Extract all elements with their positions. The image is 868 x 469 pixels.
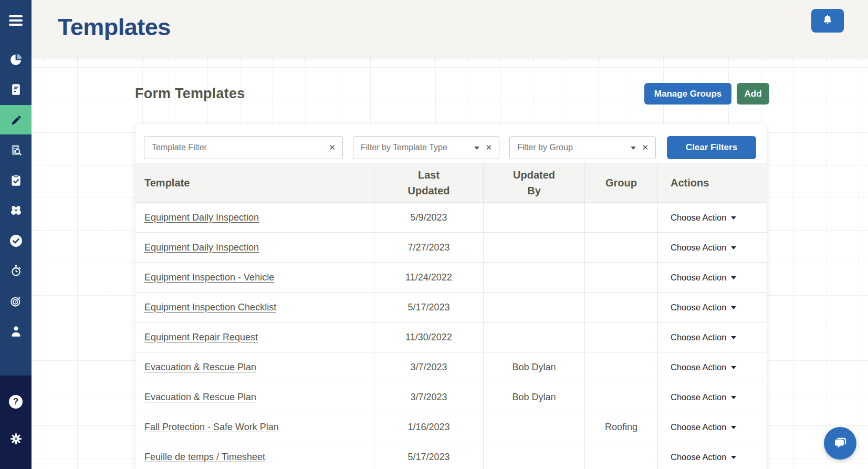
sidebar-item-checklists[interactable] [0,165,32,195]
help-icon: ? [9,395,23,409]
choose-action-dropdown[interactable]: Choose Action [671,392,736,402]
binoculars-icon [9,203,23,217]
group-filter: ✕ [509,136,656,159]
last-updated-cell-text: 5/17/2023 [407,302,449,313]
bell-icon [821,14,834,28]
clear-group-filter-icon[interactable]: ✕ [642,143,649,152]
column-header-last-updated: Last Updated [374,163,484,202]
choose-action-label: Choose Action [671,422,726,432]
choose-action-dropdown[interactable]: Choose Action [671,362,736,372]
updated-by-cell: Bob Dylan [484,382,585,412]
last-updated-cell: 5/17/2023 [374,293,484,322]
table-row: Fall Protection - Safe Work Plan1/16/202… [135,412,767,442]
choose-action-dropdown[interactable]: Choose Action [671,243,736,253]
group-cell [585,382,658,412]
menu-toggle-button[interactable] [9,15,23,26]
chat-launcher-button[interactable] [824,427,856,460]
sidebar-item-time-tracking[interactable] [0,256,32,286]
table-row: Equipment Inspection - Vehicle11/24/2022… [135,262,767,292]
choose-action-dropdown[interactable]: Choose Action [671,452,736,462]
group-cell: Roofing [585,412,658,442]
column-header-template: Template [135,163,374,202]
updated-by-cell-text: Bob Dylan [512,362,556,373]
last-updated-cell: 11/30/2022 [374,322,484,352]
updated-by-cell [484,322,585,352]
last-updated-cell-text: 1/16/2023 [407,422,449,433]
clipboard-check-icon [9,173,23,187]
sidebar-item-form-search[interactable] [0,136,32,165]
add-button[interactable]: Add [737,83,769,105]
caret-down-icon [731,426,736,429]
group-cell-text: Roofing [605,422,637,433]
template-cell: Equipment Daily Inspection [135,203,374,232]
template-link[interactable]: Feuille de temps / Timesheet [144,452,265,463]
chevron-down-icon[interactable] [631,147,636,150]
sidebar-item-help[interactable]: ? [0,387,32,416]
template-link[interactable]: Equipment Repair Request [144,332,258,343]
last-updated-cell-text: 3/7/2023 [410,362,447,373]
sidebar-item-settings[interactable] [0,424,32,453]
choose-action-label: Choose Action [671,273,726,283]
clear-template-filter-icon[interactable]: ✕ [329,143,336,152]
last-updated-cell: 7/27/2023 [374,233,484,262]
manage-groups-button[interactable]: Manage Groups [644,83,731,105]
last-updated-cell-text: 11/24/2022 [405,272,452,283]
notifications-button[interactable] [811,9,844,33]
table-row: Equipment Daily Inspection7/27/2023Choos… [135,232,767,262]
caret-down-icon [731,276,736,279]
sidebar-item-dashboard[interactable] [0,45,32,74]
choose-action-dropdown[interactable]: Choose Action [671,273,736,283]
updated-by-cell [484,263,585,292]
group-cell [585,322,658,352]
sidebar-item-templates[interactable] [0,105,32,134]
sidebar-item-forms[interactable] [0,75,32,105]
template-filter-input[interactable] [144,136,343,159]
template-link[interactable]: Fall Protection - Safe Work Plan [144,422,279,433]
actions-cell: Choose Action [658,442,767,469]
form-templates-table: TemplateLast UpdatedUpdated ByGroupActio… [135,163,767,469]
actions-cell: Choose Action [658,382,767,412]
caret-down-icon [731,246,736,249]
template-cell: Equipment Inspection - Vehicle [135,263,374,292]
actions-cell: Choose Action [658,293,767,322]
template-link[interactable]: Equipment Inspection - Vehicle [144,272,274,283]
sidebar-bottom: ? [0,376,32,469]
template-link[interactable]: Evacuation & Rescue Plan [144,392,256,403]
sidebar-item-approvals[interactable] [0,226,32,255]
choose-action-label: Choose Action [671,362,726,372]
template-link[interactable]: Equipment Daily Inspection [144,212,259,223]
table-body: Equipment Daily Inspection5/9/2023Choose… [135,202,767,469]
last-updated-cell-text: 5/17/2023 [407,452,449,463]
sidebar-item-users[interactable] [0,317,32,346]
clear-template-type-filter-icon[interactable]: ✕ [485,143,492,152]
group-cell [585,293,658,322]
last-updated-cell: 5/17/2023 [374,442,484,469]
updated-by-cell [484,412,585,442]
column-header-label: Last Updated [403,167,455,199]
updated-by-cell: Bob Dylan [484,352,585,382]
table-row: Equipment Daily Inspection5/9/2023Choose… [135,202,767,232]
choose-action-dropdown[interactable]: Choose Action [671,332,736,342]
section-title: Form Templates [135,86,245,102]
actions-cell: Choose Action [658,263,767,292]
clear-filters-button[interactable]: Clear Filters [667,136,756,159]
chevron-down-icon[interactable] [474,147,479,150]
template-link[interactable]: Equipment Daily Inspection [144,242,259,253]
actions-cell: Choose Action [658,352,767,382]
sidebar-item-goals[interactable] [0,286,32,316]
last-updated-cell: 1/16/2023 [374,412,484,442]
actions-cell: Choose Action [658,233,767,262]
choose-action-dropdown[interactable]: Choose Action [671,422,736,432]
template-cell: Feuille de temps / Timesheet [135,442,374,469]
actions-cell: Choose Action [658,203,767,232]
sidebar-item-observations[interactable] [0,196,32,225]
stopwatch-icon [9,264,23,278]
choose-action-label: Choose Action [671,213,726,223]
choose-action-dropdown[interactable]: Choose Action [671,213,736,223]
template-link[interactable]: Evacuation & Rescue Plan [144,362,256,373]
choose-action-dropdown[interactable]: Choose Action [671,303,736,312]
template-link[interactable]: Equipment Inspection Checklist [144,302,276,313]
filters-bar: ✕ ✕ ✕ Clear Filters [135,124,767,163]
gear-icon [9,432,23,446]
caret-down-icon [731,456,736,459]
